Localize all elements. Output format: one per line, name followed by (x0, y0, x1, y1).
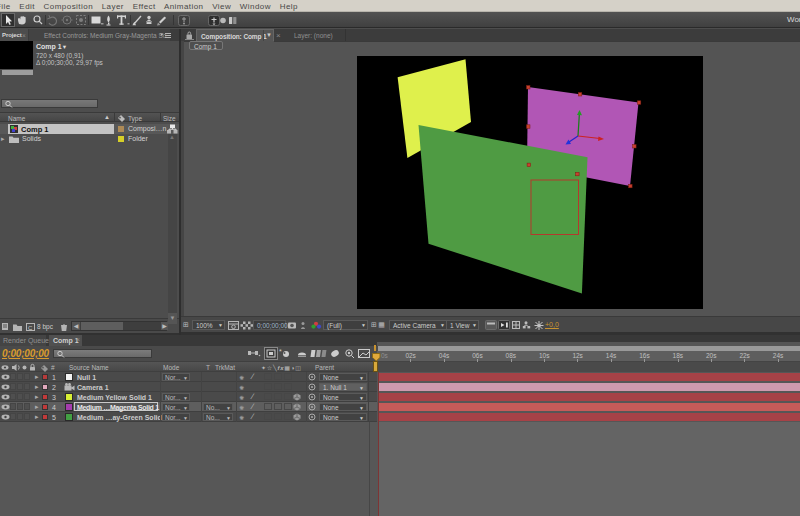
svg-text:*: * (279, 348, 282, 355)
svg-text:C: C (28, 325, 33, 331)
